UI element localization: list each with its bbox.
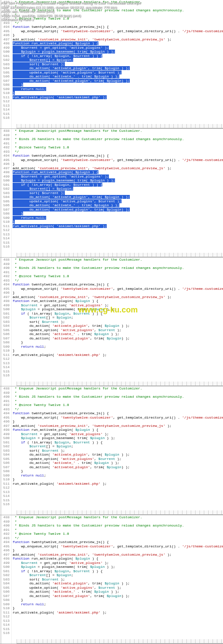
editor-pane: Cl..Na..wampxfiverr_Mrandr-rafsjdld.jpga… [0, 515, 223, 644]
code-editor[interactable]: 4884894904914924934944954964974984995005… [1, 258, 223, 386]
line-number-gutter: 4884894904914924934944954964974984995005… [1, 515, 12, 644]
code-editor[interactable]: 4884894904914924934944954964974984995005… [1, 515, 223, 644]
generator-info: Generated by Rare-1 [1, 17, 141, 22]
horizontal-ruler [17, 382, 223, 386]
video-info-overlay: File: 004 Programmatically Activate Plug… [0, 0, 142, 23]
editor-pane: Cl..Na..wampxfiverr_Mrandr-rafsjdld.jpga… [0, 258, 223, 386]
size-info: Size: 13749903 bytes (13.11 MiB), durati… [1, 5, 141, 10]
code-content[interactable]: * Enqueue Javascript postMessage handler… [12, 386, 223, 515]
code-content[interactable]: * Enqueue Javascript postMessage handler… [12, 129, 223, 257]
video-info: Video: h264, yuv420p, 1280x720, 30.00 fp… [1, 13, 141, 18]
file-info: File: 004 Programmatically Activate Plug… [1, 1, 141, 5]
line-number-gutter: 4884894904914924934944954964974984995005… [1, 386, 12, 515]
editor-pane: Cl..Na..wampxfiverr_Mrandr-rafsjdld.jpga… [0, 129, 223, 258]
editor-pane: Cl..Na..wampxfiverr_Mrandr-rafsjdld.jpga… [0, 386, 223, 515]
line-number-gutter: 4884894904914924934944954964974984995005… [1, 258, 12, 386]
horizontal-ruler [17, 253, 223, 257]
horizontal-ruler [17, 639, 223, 644]
code-editor[interactable]: 4884894904914924934944954964974984995005… [1, 129, 223, 257]
line-number-gutter: 4884894904914924934944954964974984995005… [1, 129, 12, 257]
code-content[interactable]: * Enqueue Javascript postMessage handler… [12, 258, 223, 386]
horizontal-ruler [17, 510, 223, 515]
code-editor[interactable]: 4884894904914924934944954964974984995005… [1, 386, 223, 515]
horizontal-ruler [17, 124, 223, 128]
watermark: www.cg-ku.com [78, 305, 138, 315]
audio-info: Audio: aac, 44100 Hz, mono (und) [1, 9, 141, 13]
code-content[interactable]: * Enqueue Javascript postMessage handler… [12, 515, 223, 644]
